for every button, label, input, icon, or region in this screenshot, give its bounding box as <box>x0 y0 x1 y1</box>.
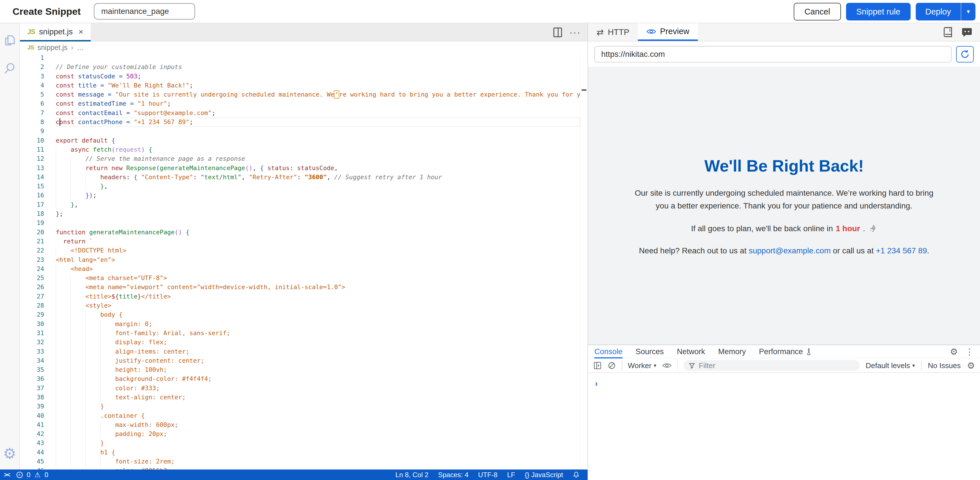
errors-count[interactable]: 0 <box>27 471 30 479</box>
split-editor-icon[interactable] <box>554 27 562 37</box>
breadcrumb-file[interactable]: snippet.js <box>38 43 68 52</box>
code-line[interactable]: 17}, <box>20 200 580 209</box>
refresh-button[interactable] <box>956 46 974 62</box>
code-line[interactable]: 20function generateMaintenancePage() { <box>20 228 580 237</box>
devtools-tab-console[interactable]: Console <box>594 345 622 358</box>
code-line[interactable]: 30margin: 0; <box>20 320 580 329</box>
code-line[interactable]: 43} <box>20 439 580 448</box>
code-line[interactable]: 24<head> <box>20 265 580 274</box>
code-line[interactable]: 28<style> <box>20 301 580 310</box>
scrollbar[interactable] <box>580 53 587 469</box>
console-prompt-chevron[interactable]: › <box>595 379 598 388</box>
code-line[interactable]: 32display: flex; <box>20 338 580 347</box>
code-line[interactable]: 40.container { <box>20 411 580 420</box>
code-line[interactable]: 37color: #333; <box>20 384 580 393</box>
code-line[interactable]: 34justify-content: center; <box>20 356 580 365</box>
clear-console-icon[interactable] <box>608 361 616 370</box>
no-issues-counter[interactable]: No Issues <box>928 361 961 370</box>
code-line[interactable]: 44h1 { <box>20 448 580 457</box>
search-icon[interactable] <box>3 62 16 75</box>
code-line[interactable]: 18}; <box>20 209 580 219</box>
code-line[interactable]: 11async fetch(request) { <box>20 145 580 154</box>
warnings-count[interactable]: 0 <box>45 471 48 479</box>
code-line[interactable]: 2// Define your customizable inputs <box>20 62 580 71</box>
breadcrumb[interactable]: JS snippet.js › … <box>20 41 587 53</box>
phone-link[interactable]: +1 234 567 89 <box>876 246 927 255</box>
code-line[interactable]: 41max-width: 600px; <box>20 420 580 429</box>
devtools-tab-sources[interactable]: Sources <box>636 345 664 358</box>
indentation[interactable]: Spaces: 4 <box>438 471 469 479</box>
bell-icon[interactable] <box>573 471 579 478</box>
code-line[interactable]: 16}); <box>20 191 580 200</box>
code-line[interactable]: 8const contactPhone = "+1 234 567 89"; <box>20 117 580 127</box>
code-line[interactable]: 15}, <box>20 182 580 191</box>
code-line[interactable]: 12// Serve the maintenance page as a res… <box>20 154 580 163</box>
devtools-tab-memory[interactable]: Memory <box>718 345 746 358</box>
live-expression-eye-icon[interactable] <box>662 362 672 369</box>
code-line[interactable]: 27<title>${title}</title> <box>20 292 580 301</box>
preview-url-input[interactable] <box>594 46 951 62</box>
more-actions-icon[interactable]: ··· <box>570 27 581 38</box>
docs-book-icon[interactable] <box>943 27 953 38</box>
code-line[interactable]: 9 <box>20 127 580 136</box>
code-line[interactable]: 36background-color: #f4f4f4; <box>20 374 580 383</box>
code-line[interactable]: 3const statusCode = 503; <box>20 72 580 81</box>
code-line[interactable]: 45font-size: 2rem; <box>20 457 580 466</box>
code-line[interactable]: 46color: #0056b3; <box>20 466 580 469</box>
code-area[interactable]: 12// Define your customizable inputs3con… <box>20 53 580 469</box>
devtools-settings-gear-icon[interactable]: ⚙ <box>950 347 958 357</box>
remote-indicator-icon[interactable]: >< <box>4 471 13 478</box>
devtools-tab-performance[interactable]: Performance <box>759 345 812 358</box>
code-line[interactable]: 21 return ` <box>20 237 580 246</box>
code-line[interactable]: 13return new Response(generateMaintenanc… <box>20 163 580 173</box>
code-line[interactable]: 31font-family: Arial, sans-serif; <box>20 329 580 338</box>
code-line[interactable]: 5const message = "Our site is currently … <box>20 90 580 99</box>
worker-context-select[interactable]: Worker ▾ <box>628 361 656 370</box>
code-line[interactable]: 35height: 100vh; <box>20 365 580 374</box>
email-link[interactable]: support@example.com <box>749 246 831 255</box>
line-number: 33 <box>20 347 44 356</box>
console-sidebar-toggle-icon[interactable] <box>593 361 602 370</box>
code-line[interactable]: 29body { <box>20 310 580 319</box>
console-filter-input[interactable]: Filter <box>683 360 860 371</box>
deploy-button[interactable]: Deploy <box>916 3 961 21</box>
code-line[interactable]: 42padding: 20px; <box>20 429 580 439</box>
snippet-name-input[interactable] <box>94 3 195 20</box>
code-line[interactable]: 10export default { <box>20 136 580 145</box>
tab-preview[interactable]: Preview <box>638 23 698 41</box>
code-line[interactable]: 14headers: { "Content-Type": "text/html"… <box>20 173 580 182</box>
code-line[interactable]: 4const title = "We'll Be Right Back!"; <box>20 81 580 90</box>
gear-icon[interactable]: ⚙ <box>3 446 16 461</box>
tab-snippet-js[interactable]: JS snippet.js × <box>20 23 91 41</box>
code-line[interactable]: 33align-items: center; <box>20 347 580 356</box>
chat-icon[interactable] <box>961 27 973 38</box>
breadcrumb-more[interactable]: … <box>77 43 84 52</box>
snippet-rule-button[interactable]: Snippet rule <box>846 3 911 21</box>
kebab-menu-icon[interactable]: ⋮ <box>965 347 974 357</box>
code-line[interactable]: 23<html lang="en"> <box>20 255 580 265</box>
code-line[interactable]: 39} <box>20 402 580 411</box>
indent-guide <box>56 365 70 374</box>
encoding[interactable]: UTF-8 <box>478 471 497 479</box>
code-line[interactable]: 22<!DOCTYPE html> <box>20 246 580 255</box>
language-mode[interactable]: {} JavaScript <box>525 471 563 479</box>
eol-sequence[interactable]: LF <box>507 471 515 479</box>
code-line[interactable]: 19 <box>20 219 580 228</box>
code-line[interactable]: 7const contactEmail = "support@example.c… <box>20 108 580 117</box>
code-line[interactable]: 1 <box>20 53 580 62</box>
tab-http[interactable]: ⇄ HTTP <box>588 23 638 41</box>
devtools-tab-network[interactable]: Network <box>677 345 705 358</box>
console-settings-gear-icon[interactable]: ⚙ <box>967 360 975 371</box>
code-line[interactable]: 26<meta name="viewport" content="width=d… <box>20 283 580 292</box>
cancel-button[interactable]: Cancel <box>794 3 841 21</box>
code-line[interactable]: 38text-align: center; <box>20 393 580 402</box>
files-icon[interactable] <box>3 33 16 47</box>
code-token: .container { <box>100 412 145 419</box>
url-row <box>588 41 980 67</box>
cursor-position[interactable]: Ln 8, Col 2 <box>395 471 428 479</box>
code-line[interactable]: 6const estimatedTime = "1 hour"; <box>20 99 580 108</box>
tab-close-icon[interactable]: × <box>78 27 84 36</box>
code-line[interactable]: 25<meta charset="UTF-8"> <box>20 274 580 283</box>
deploy-caret-button[interactable]: ▾ <box>961 3 975 21</box>
default-levels-select[interactable]: Default levels ▾ <box>865 361 915 370</box>
